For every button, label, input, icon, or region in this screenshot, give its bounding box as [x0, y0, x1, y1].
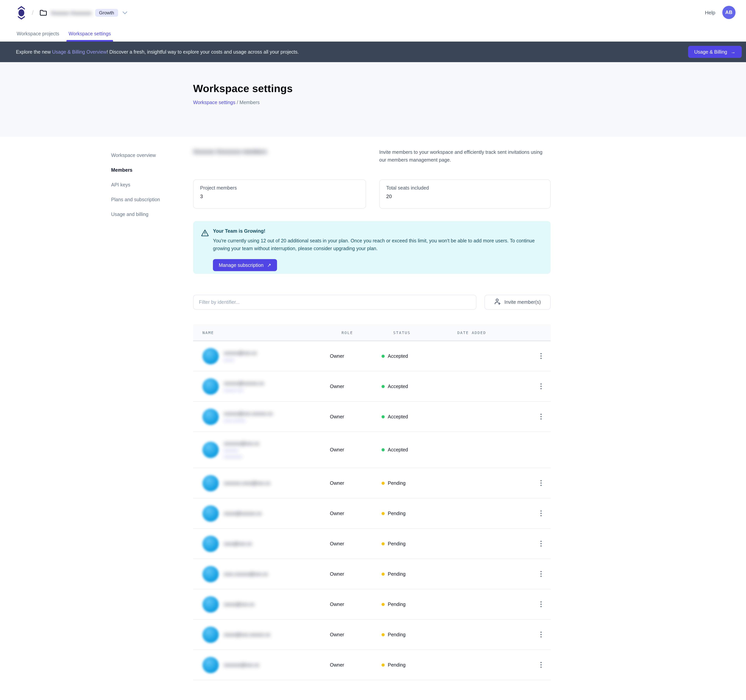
alert-text: You're currently using 12 out of 20 addi… [213, 237, 543, 252]
member-menu-cell [539, 600, 550, 609]
stat-cards: Project members 3 Total seats included 2… [193, 179, 550, 209]
team-growing-alert: Your Team is Growing! You're currently u… [193, 221, 550, 274]
member-role: Owner [330, 414, 382, 419]
total-seats-card: Total seats included 20 [379, 179, 550, 209]
tab-workspace-settings[interactable]: Workspace settings [68, 27, 112, 42]
app-header: / Xxxxxxx Xxxxxxxx Growth Help AB Worksp… [0, 0, 746, 42]
status-dot [382, 663, 385, 666]
kebab-menu-icon[interactable] [539, 479, 543, 488]
column-header-status: STATUS [393, 330, 457, 335]
table-row: xxxxxx@xxx.xx xxxxx Owner Accepted [193, 341, 550, 371]
member-name-cell: xxxxx@xxx.xxxxxx.xx [202, 626, 330, 643]
arrow-right-icon: → [731, 49, 735, 54]
user-plus-icon [494, 298, 501, 306]
member-role: Owner [330, 571, 382, 577]
kebab-menu-icon[interactable] [539, 509, 543, 518]
breadcrumb: Workspace settings / Members [193, 100, 746, 105]
kebab-menu-icon[interactable] [539, 630, 543, 639]
app-logo-icon[interactable] [17, 5, 26, 20]
member-menu-cell [539, 412, 550, 421]
member-menu-cell [539, 569, 550, 578]
status-dot [382, 385, 385, 388]
member-menu-cell [539, 445, 550, 454]
member-role: Owner [330, 353, 382, 359]
sidebar-item-api-keys[interactable]: API keys [111, 179, 160, 191]
status-dot [382, 355, 385, 358]
kebab-menu-icon[interactable] [539, 382, 543, 391]
stat-label: Project members [200, 185, 359, 191]
sidebar-item-members[interactable]: Members [111, 164, 160, 176]
filter-input[interactable] [193, 295, 476, 309]
breadcrumb-separator: / [235, 100, 239, 105]
member-menu-cell [539, 382, 550, 391]
member-email: xxxxxxx@xxx.xx [224, 662, 259, 668]
member-name-cell: xxxxx@xxxxxx.xx [202, 505, 330, 521]
workspace-tabs: Workspace projectsWorkspace settings [16, 27, 112, 42]
member-email: xxxxxxx.xxxx@xxx.xx [224, 480, 270, 486]
manage-subscription-label: Manage subscription [219, 262, 264, 268]
member-username: xxxx xxxxxx [224, 418, 273, 423]
usage-billing-banner: Explore the new Usage & Billing Overview… [0, 42, 746, 62]
member-menu-cell [539, 660, 550, 669]
stat-value: 3 [200, 194, 359, 199]
member-status: Accepted [382, 353, 446, 359]
folder-icon [40, 10, 47, 16]
breadcrumb-current: Members [239, 100, 260, 105]
sidebar-item-usage-and-billing[interactable]: Usage and billing [111, 209, 160, 220]
warning-icon [201, 229, 209, 238]
kebab-menu-icon[interactable] [539, 539, 543, 548]
table-row: xxxxx@xxx.xx Owner Pending [193, 589, 550, 620]
breadcrumb-link-workspace-settings[interactable]: Workspace settings [193, 100, 235, 105]
kebab-menu-icon[interactable] [539, 569, 543, 578]
plan-badge: Growth [95, 9, 118, 17]
banner-text: Explore the new Usage & Billing Overview… [16, 49, 299, 54]
member-email: xxxxxx@xxx.xxxxxx.xx [224, 410, 273, 417]
member-username: xxxxxx xxx [224, 387, 264, 392]
member-avatar [202, 626, 219, 643]
workspace-breadcrumb[interactable]: Xxxxxxx Xxxxxxxx Growth [40, 9, 127, 17]
member-email: xxxxx@xxx.xxxxxx.xx [224, 631, 270, 638]
column-header-date-added: DATE ADDED [457, 330, 550, 335]
sidebar-item-plans-and-subscription[interactable]: Plans and subscription [111, 194, 160, 206]
kebab-menu-icon[interactable] [539, 352, 543, 361]
invite-members-button[interactable]: Invite member(s) [484, 295, 550, 309]
table-row: xxxxxx@xxx.xxxxxx.xx xxxx xxxxxx Owner A… [193, 402, 550, 432]
user-avatar[interactable]: AB [722, 6, 735, 19]
table-body: xxxxxx@xxx.xx xxxxx Owner Accepted xxxxx… [193, 341, 550, 680]
member-role: Owner [330, 541, 382, 546]
member-email: xxxxx@xxx.xx [224, 601, 254, 607]
member-avatar [202, 657, 219, 673]
member-avatar [202, 475, 219, 491]
chevron-down-icon[interactable] [122, 11, 127, 14]
member-name-cell: xxxx@xxx.xx [202, 535, 330, 552]
member-avatar [202, 409, 219, 425]
member-role: Owner [330, 480, 382, 486]
table-header: NAME ROLE STATUS DATE ADDED [193, 324, 550, 341]
members-table: NAME ROLE STATUS DATE ADDED xxxxxx@xxx.x… [193, 324, 550, 680]
table-row: xxxxxx@xxxxxx.xx xxxxxx xxx Owner Accept… [193, 371, 550, 402]
usage-billing-button[interactable]: Usage & Billing → [688, 46, 742, 58]
help-link[interactable]: Help [705, 9, 716, 15]
status-dot [382, 572, 385, 575]
page: / Xxxxxxx Xxxxxxxx Growth Help AB Worksp… [0, 0, 746, 700]
member-menu-cell [539, 509, 550, 518]
member-status: Accepted [382, 447, 446, 452]
member-menu-cell [539, 539, 550, 548]
kebab-menu-icon[interactable] [539, 600, 543, 609]
kebab-menu-icon[interactable] [539, 412, 543, 421]
manage-subscription-button[interactable]: Manage subscription ↗ [213, 259, 277, 271]
kebab-menu-icon[interactable] [539, 660, 543, 669]
tab-workspace-projects[interactable]: Workspace projects [16, 27, 60, 42]
member-status: Pending [382, 601, 446, 607]
member-status: Pending [382, 571, 446, 577]
arrow-up-right-icon: ↗ [267, 262, 271, 268]
table-row: xxxxxxx@xxx.xx Owner Pending [193, 650, 550, 680]
usage-billing-button-label: Usage & Billing [694, 49, 727, 54]
usage-billing-overview-link[interactable]: Usage & Billing Overview [52, 49, 107, 54]
sidebar-item-workspace-overview[interactable]: Workspace overview [111, 150, 160, 161]
breadcrumb-separator: / [32, 9, 34, 16]
member-name-cell: xxxxxx@xxx.xx xxxxx [202, 348, 330, 364]
member-menu-cell [539, 352, 550, 361]
member-email: xxxxxx@xxxxxx.xx [224, 380, 264, 386]
table-row: xxxx.xxxxxx@xxx.xx Owner Pending [193, 559, 550, 589]
